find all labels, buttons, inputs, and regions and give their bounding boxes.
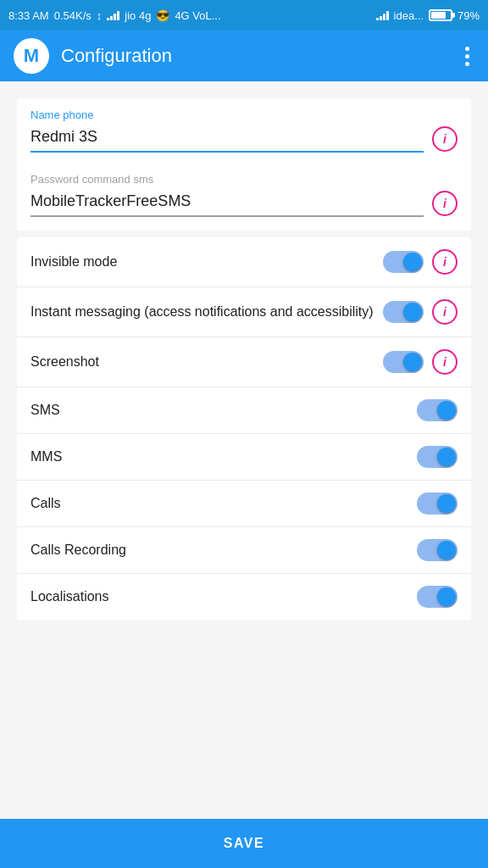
name-phone-info-icon[interactable]: i <box>432 126 458 152</box>
toggle-row-sms: SMS <box>17 387 471 434</box>
more-options-button[interactable] <box>460 42 474 71</box>
carrier2: 4G VoL... <box>175 9 220 22</box>
invisible-mode-info-icon[interactable]: i <box>432 249 458 275</box>
status-left: 8:33 AM 0.54K/s ↕ jio 4g 😎 4G VoL... <box>8 9 221 22</box>
invisible-mode-controls: i <box>383 249 458 275</box>
toggle-row-calls: Calls <box>17 481 471 527</box>
password-row: i <box>30 189 458 217</box>
battery-percent: 79% <box>458 9 480 22</box>
app-title: Configuration <box>61 45 172 67</box>
password-label: Password command sms <box>30 173 458 186</box>
instant-messaging-controls: i <box>383 299 458 325</box>
screenshot-toggle[interactable] <box>383 351 424 373</box>
toggle-row-mms: MMS <box>17 434 471 481</box>
name-phone-input[interactable] <box>30 125 424 153</box>
app-bar: M Configuration <box>0 31 488 81</box>
calls-recording-label: Calls Recording <box>30 542 417 559</box>
battery-fill <box>431 12 446 19</box>
save-button[interactable]: SAVE <box>0 819 488 868</box>
toggle-row-localisations: Localisations <box>17 574 471 620</box>
sms-toggle[interactable] <box>417 399 458 421</box>
carrier1: jio 4g <box>125 9 151 22</box>
mms-label: MMS <box>30 448 417 466</box>
signal-bars-2 <box>376 10 389 20</box>
avatar: M <box>14 38 49 74</box>
toggles-container: Invisible mode i Instant messaging (acce… <box>17 237 471 620</box>
signal-bars-1 <box>107 10 119 20</box>
emoji: 😎 <box>156 9 169 22</box>
name-phone-row: i <box>30 125 458 153</box>
toggle-row-screenshot: Screenshot i <box>17 337 471 387</box>
speed: 0.54K/s <box>54 9 92 22</box>
screenshot-controls: i <box>383 349 458 375</box>
sms-label: SMS <box>30 402 417 420</box>
arrows-icon: ↕ <box>97 9 103 22</box>
time: 8:33 AM <box>8 9 49 22</box>
toggle-row-calls-recording: Calls Recording <box>17 527 471 574</box>
password-info-icon[interactable]: i <box>432 191 458 216</box>
toggle-row-instant-messaging: Instant messaging (access notifications … <box>17 287 471 337</box>
invisible-mode-label: Invisible mode <box>30 253 383 271</box>
localisations-label: Localisations <box>30 588 417 606</box>
toggle-row-invisible-mode: Invisible mode i <box>17 237 471 287</box>
name-phone-container: Name phone i Password command sms i <box>17 98 471 231</box>
invisible-mode-toggle[interactable] <box>383 251 424 273</box>
password-input[interactable] <box>30 189 424 217</box>
calls-label: Calls <box>30 495 417 513</box>
content-area: Name phone i Password command sms i Invi… <box>0 81 488 868</box>
instant-messaging-toggle[interactable] <box>383 301 424 323</box>
instant-messaging-info-icon[interactable]: i <box>432 299 458 325</box>
localisations-toggle[interactable] <box>417 586 458 608</box>
status-right: idea... 79% <box>376 9 480 22</box>
battery-icon <box>429 9 452 21</box>
app-bar-left: M Configuration <box>14 38 172 74</box>
carrier3: idea... <box>394 9 424 22</box>
name-phone-label: Name phone <box>30 108 458 121</box>
status-bar: 8:33 AM 0.54K/s ↕ jio 4g 😎 4G VoL... ide… <box>0 0 488 31</box>
screenshot-label: Screenshot <box>30 353 383 371</box>
password-group: Password command sms i <box>30 173 458 217</box>
save-label: SAVE <box>224 836 264 851</box>
screenshot-info-icon[interactable]: i <box>432 349 458 375</box>
name-phone-group: Name phone i <box>30 108 458 153</box>
calls-recording-toggle[interactable] <box>417 539 458 561</box>
calls-toggle[interactable] <box>417 492 458 515</box>
instant-messaging-label: Instant messaging (access notifications … <box>30 303 383 321</box>
mms-toggle[interactable] <box>417 446 458 468</box>
